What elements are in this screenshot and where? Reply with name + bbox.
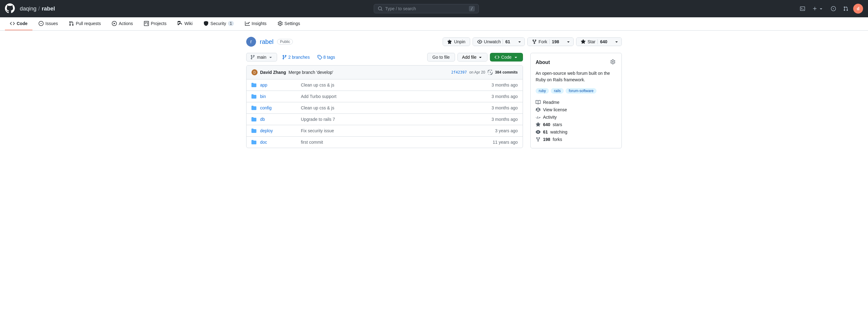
commits-count[interactable]: 384 commits bbox=[495, 70, 518, 75]
repo-header: r rabel Public Unpin Unwatch 61 bbox=[241, 37, 627, 47]
file-name[interactable]: deploy bbox=[260, 128, 297, 133]
org-link[interactable]: daqing bbox=[20, 5, 36, 12]
file-name[interactable]: app bbox=[260, 83, 297, 87]
fork-dropdown[interactable] bbox=[563, 38, 573, 46]
terminal-button[interactable] bbox=[798, 5, 807, 12]
pin-icon bbox=[447, 39, 452, 44]
svg-text:r: r bbox=[250, 39, 252, 44]
fork-icon bbox=[532, 39, 537, 44]
commit-author-avatar: D bbox=[251, 69, 258, 76]
repo-avatar-img: r bbox=[246, 37, 256, 47]
pulls-button[interactable] bbox=[841, 5, 851, 12]
star-dropdown[interactable] bbox=[612, 38, 621, 46]
nav-issues-label: Issues bbox=[45, 21, 58, 26]
pr-icon bbox=[69, 21, 74, 26]
star-icon bbox=[581, 39, 586, 44]
actions-icon bbox=[112, 21, 117, 26]
about-stat-item[interactable]: 61 watching bbox=[536, 128, 617, 136]
about-box: About An open-source web forum built on … bbox=[530, 53, 622, 148]
chevron-down-icon bbox=[517, 39, 522, 44]
commit-header: D David Zhang Merge branch 'develop' 2f4… bbox=[247, 65, 523, 79]
topic-tag[interactable]: forum-software bbox=[566, 88, 596, 94]
stat-rest: forks bbox=[553, 137, 562, 142]
about-stat-item[interactable]: 640 stars bbox=[536, 121, 617, 128]
breadcrumb-separator: / bbox=[38, 5, 40, 12]
unwatch-dropdown[interactable] bbox=[515, 38, 525, 46]
file-commit-msg: Fix security issue bbox=[301, 128, 477, 133]
activity-icon bbox=[536, 115, 540, 120]
stat-rest: stars bbox=[553, 122, 562, 127]
site-header: daqing / rabel Type / to search / bbox=[0, 0, 868, 17]
topic-tag[interactable]: rails bbox=[551, 88, 564, 94]
file-name[interactable]: bin bbox=[260, 94, 297, 99]
add-file-group: Add file bbox=[458, 53, 488, 61]
file-commit-msg: Clean up css & js bbox=[301, 105, 477, 110]
nav-insights[interactable]: Insights bbox=[240, 17, 272, 30]
toolbar-right: Go to file Add file Code bbox=[427, 53, 523, 61]
plus-button[interactable] bbox=[810, 5, 826, 12]
nav-security[interactable]: Security 1 bbox=[198, 17, 239, 30]
add-file-button[interactable]: Add file bbox=[458, 53, 487, 61]
commit-sha[interactable]: 2f42397 bbox=[451, 70, 467, 75]
fork-icon bbox=[536, 137, 540, 142]
star-button[interactable]: Star 640 bbox=[577, 38, 612, 46]
nav-wiki[interactable]: Wiki bbox=[173, 17, 197, 30]
about-settings-button[interactable] bbox=[609, 58, 617, 66]
about-stat-item[interactable]: View license bbox=[536, 106, 617, 113]
nav-pulls[interactable]: Pull requests bbox=[64, 17, 106, 30]
unwatch-button[interactable]: Unwatch 61 bbox=[473, 38, 515, 46]
about-header: About bbox=[536, 58, 617, 66]
nav-code[interactable]: Code bbox=[5, 17, 32, 30]
nav-code-label: Code bbox=[17, 21, 28, 26]
search-area: Type / to search / bbox=[60, 4, 793, 13]
unpin-label: Unpin bbox=[454, 39, 466, 44]
github-logo[interactable] bbox=[5, 3, 15, 14]
file-name[interactable]: config bbox=[260, 105, 297, 110]
nav-security-label: Security bbox=[210, 21, 226, 26]
commit-meta: 2f42397 on Apr 20 384 commits bbox=[451, 70, 518, 75]
unpin-button[interactable]: Unpin bbox=[443, 38, 470, 46]
fork-button[interactable]: Fork 198 bbox=[528, 38, 563, 46]
svg-text:D: D bbox=[253, 71, 255, 74]
branches-link[interactable]: 2 branches bbox=[280, 53, 312, 61]
wiki-icon bbox=[178, 21, 183, 26]
about-stat-item[interactable]: Activity bbox=[536, 113, 617, 121]
file-commit-msg: first commit bbox=[301, 140, 477, 145]
topic-tag[interactable]: ruby bbox=[536, 88, 549, 94]
insights-icon bbox=[245, 21, 250, 26]
about-stats-container: Readme View license Activity 640 stars 6… bbox=[536, 98, 617, 143]
branch-selector[interactable]: main bbox=[246, 53, 277, 61]
commit-author[interactable]: David Zhang bbox=[260, 70, 286, 75]
search-box[interactable]: Type / to search / bbox=[374, 4, 479, 13]
file-name[interactable]: db bbox=[260, 117, 297, 122]
nav-actions[interactable]: Actions bbox=[107, 17, 138, 30]
table-row: app Clean up css & js 3 months ago bbox=[247, 79, 523, 91]
about-stat-item[interactable]: 198 forks bbox=[536, 136, 617, 143]
issues-button[interactable] bbox=[829, 5, 838, 12]
unwatch-group: Unwatch 61 bbox=[473, 37, 525, 46]
tag-icon bbox=[317, 55, 322, 60]
file-name[interactable]: doc bbox=[260, 140, 297, 145]
security-badge: 1 bbox=[228, 21, 234, 26]
about-stat-item[interactable]: Readme bbox=[536, 98, 617, 106]
scale-icon bbox=[536, 107, 540, 112]
star-group: Star 640 bbox=[576, 37, 622, 46]
table-row: deploy Fix security issue 3 years ago bbox=[247, 125, 523, 137]
code-button[interactable]: Code bbox=[490, 53, 523, 61]
nav-projects-label: Projects bbox=[151, 21, 166, 26]
repo-full-name[interactable]: rabel bbox=[260, 38, 273, 46]
nav-settings[interactable]: Settings bbox=[273, 17, 305, 30]
search-hint: / bbox=[469, 6, 475, 11]
repo-link[interactable]: rabel bbox=[42, 5, 55, 12]
file-time: 3 months ago bbox=[480, 117, 518, 122]
settings-icon bbox=[278, 21, 283, 26]
table-row: db Upgrade to rails 7 3 months ago bbox=[247, 114, 523, 125]
nav-projects[interactable]: Projects bbox=[139, 17, 172, 30]
chevron-down-icon-6 bbox=[514, 55, 518, 60]
nav-issues[interactable]: Issues bbox=[34, 17, 63, 30]
avatar[interactable]: d bbox=[853, 4, 863, 13]
go-to-file-button[interactable]: Go to file bbox=[427, 53, 455, 61]
tags-link[interactable]: 8 tags bbox=[315, 53, 338, 61]
nav-insights-label: Insights bbox=[252, 21, 267, 26]
book-icon bbox=[536, 100, 540, 105]
